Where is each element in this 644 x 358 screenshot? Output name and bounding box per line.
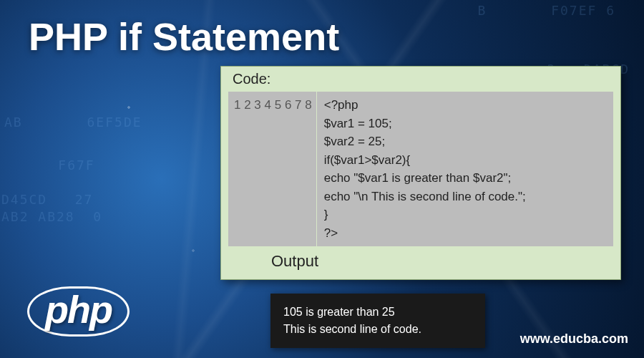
page-title: PHP if Statement — [29, 14, 339, 59]
code-block: 1 2 3 4 5 6 7 8 <?php $var1 = 105; $var2… — [228, 92, 613, 246]
code-lines: <?php $var1 = 105; $var2 = 25; if($var1>… — [317, 92, 533, 246]
output-box: 105 is greater than 25 This is second li… — [270, 294, 485, 348]
hex-decor: F67F — [21, 158, 95, 173]
hex-decor: AB 6EF5DE — [4, 115, 142, 130]
site-url: www.educba.com — [520, 332, 628, 347]
hex-decor: AB2 AB28 0 — [1, 209, 102, 224]
hex-decor: B F07EF 6 — [477, 3, 615, 18]
hex-decor: D45CD 27 — [1, 192, 93, 207]
line-number-gutter: 1 2 3 4 5 6 7 8 — [228, 92, 317, 246]
php-logo: php — [27, 286, 130, 337]
output-label: Output — [221, 246, 620, 271]
code-label: Code: — [221, 71, 620, 92]
code-panel: Code: 1 2 3 4 5 6 7 8 <?php $var1 = 105;… — [220, 66, 621, 280]
